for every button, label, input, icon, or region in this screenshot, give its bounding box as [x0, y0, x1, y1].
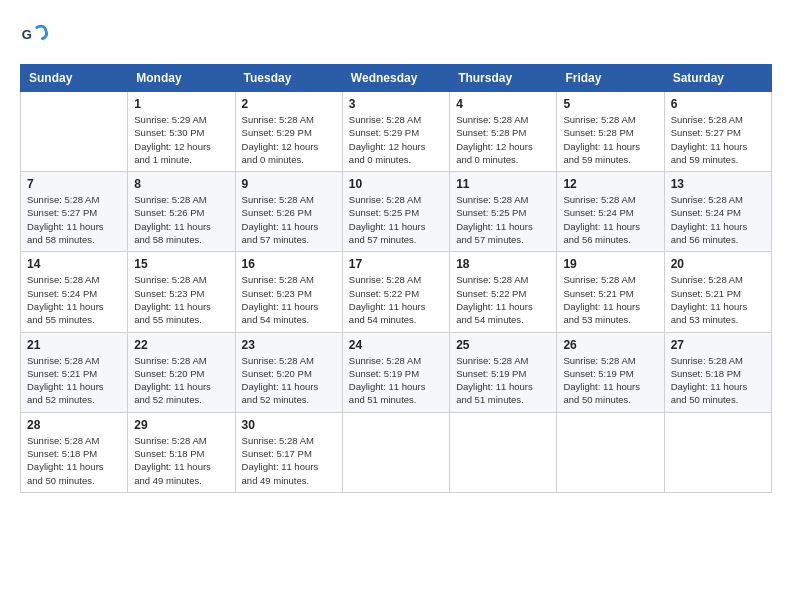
day-number: 23	[242, 338, 336, 352]
day-number: 2	[242, 97, 336, 111]
calendar-week-row: 21Sunrise: 5:28 AM Sunset: 5:21 PM Dayli…	[21, 332, 772, 412]
calendar-cell	[450, 412, 557, 492]
day-info: Sunrise: 5:28 AM Sunset: 5:21 PM Dayligh…	[563, 273, 657, 326]
calendar-cell: 11Sunrise: 5:28 AM Sunset: 5:25 PM Dayli…	[450, 172, 557, 252]
calendar-cell: 29Sunrise: 5:28 AM Sunset: 5:18 PM Dayli…	[128, 412, 235, 492]
calendar-cell	[664, 412, 771, 492]
day-info: Sunrise: 5:28 AM Sunset: 5:27 PM Dayligh…	[27, 193, 121, 246]
calendar-week-row: 1Sunrise: 5:29 AM Sunset: 5:30 PM Daylig…	[21, 92, 772, 172]
calendar-cell: 8Sunrise: 5:28 AM Sunset: 5:26 PM Daylig…	[128, 172, 235, 252]
day-number: 13	[671, 177, 765, 191]
calendar-table: SundayMondayTuesdayWednesdayThursdayFrid…	[20, 64, 772, 493]
calendar-cell: 16Sunrise: 5:28 AM Sunset: 5:23 PM Dayli…	[235, 252, 342, 332]
day-info: Sunrise: 5:28 AM Sunset: 5:20 PM Dayligh…	[134, 354, 228, 407]
calendar-cell: 27Sunrise: 5:28 AM Sunset: 5:18 PM Dayli…	[664, 332, 771, 412]
weekday-header-saturday: Saturday	[664, 65, 771, 92]
day-number: 14	[27, 257, 121, 271]
day-info: Sunrise: 5:28 AM Sunset: 5:25 PM Dayligh…	[456, 193, 550, 246]
day-number: 8	[134, 177, 228, 191]
day-info: Sunrise: 5:29 AM Sunset: 5:30 PM Dayligh…	[134, 113, 228, 166]
calendar-cell: 21Sunrise: 5:28 AM Sunset: 5:21 PM Dayli…	[21, 332, 128, 412]
day-info: Sunrise: 5:28 AM Sunset: 5:19 PM Dayligh…	[349, 354, 443, 407]
day-info: Sunrise: 5:28 AM Sunset: 5:18 PM Dayligh…	[134, 434, 228, 487]
day-number: 27	[671, 338, 765, 352]
calendar-cell: 2Sunrise: 5:28 AM Sunset: 5:29 PM Daylig…	[235, 92, 342, 172]
calendar-header-row: SundayMondayTuesdayWednesdayThursdayFrid…	[21, 65, 772, 92]
calendar-cell: 12Sunrise: 5:28 AM Sunset: 5:24 PM Dayli…	[557, 172, 664, 252]
calendar-cell: 15Sunrise: 5:28 AM Sunset: 5:23 PM Dayli…	[128, 252, 235, 332]
calendar-cell: 4Sunrise: 5:28 AM Sunset: 5:28 PM Daylig…	[450, 92, 557, 172]
weekday-header-tuesday: Tuesday	[235, 65, 342, 92]
day-number: 24	[349, 338, 443, 352]
weekday-header-monday: Monday	[128, 65, 235, 92]
day-info: Sunrise: 5:28 AM Sunset: 5:19 PM Dayligh…	[456, 354, 550, 407]
day-info: Sunrise: 5:28 AM Sunset: 5:24 PM Dayligh…	[27, 273, 121, 326]
day-number: 1	[134, 97, 228, 111]
calendar-cell: 28Sunrise: 5:28 AM Sunset: 5:18 PM Dayli…	[21, 412, 128, 492]
calendar-cell: 10Sunrise: 5:28 AM Sunset: 5:25 PM Dayli…	[342, 172, 449, 252]
calendar-cell: 23Sunrise: 5:28 AM Sunset: 5:20 PM Dayli…	[235, 332, 342, 412]
day-number: 10	[349, 177, 443, 191]
day-number: 12	[563, 177, 657, 191]
day-info: Sunrise: 5:28 AM Sunset: 5:25 PM Dayligh…	[349, 193, 443, 246]
day-info: Sunrise: 5:28 AM Sunset: 5:24 PM Dayligh…	[671, 193, 765, 246]
weekday-header-friday: Friday	[557, 65, 664, 92]
calendar-cell	[342, 412, 449, 492]
calendar-cell: 19Sunrise: 5:28 AM Sunset: 5:21 PM Dayli…	[557, 252, 664, 332]
day-number: 26	[563, 338, 657, 352]
calendar-cell: 13Sunrise: 5:28 AM Sunset: 5:24 PM Dayli…	[664, 172, 771, 252]
day-info: Sunrise: 5:28 AM Sunset: 5:24 PM Dayligh…	[563, 193, 657, 246]
day-info: Sunrise: 5:28 AM Sunset: 5:26 PM Dayligh…	[242, 193, 336, 246]
calendar-week-row: 7Sunrise: 5:28 AM Sunset: 5:27 PM Daylig…	[21, 172, 772, 252]
logo-icon: G	[20, 20, 48, 48]
calendar-cell: 30Sunrise: 5:28 AM Sunset: 5:17 PM Dayli…	[235, 412, 342, 492]
calendar-cell: 7Sunrise: 5:28 AM Sunset: 5:27 PM Daylig…	[21, 172, 128, 252]
day-number: 22	[134, 338, 228, 352]
calendar-cell: 20Sunrise: 5:28 AM Sunset: 5:21 PM Dayli…	[664, 252, 771, 332]
calendar-cell: 1Sunrise: 5:29 AM Sunset: 5:30 PM Daylig…	[128, 92, 235, 172]
day-info: Sunrise: 5:28 AM Sunset: 5:29 PM Dayligh…	[349, 113, 443, 166]
day-number: 21	[27, 338, 121, 352]
day-number: 16	[242, 257, 336, 271]
day-number: 4	[456, 97, 550, 111]
day-number: 19	[563, 257, 657, 271]
day-number: 6	[671, 97, 765, 111]
calendar-cell: 6Sunrise: 5:28 AM Sunset: 5:27 PM Daylig…	[664, 92, 771, 172]
day-number: 7	[27, 177, 121, 191]
calendar-cell: 17Sunrise: 5:28 AM Sunset: 5:22 PM Dayli…	[342, 252, 449, 332]
calendar-week-row: 14Sunrise: 5:28 AM Sunset: 5:24 PM Dayli…	[21, 252, 772, 332]
weekday-header-wednesday: Wednesday	[342, 65, 449, 92]
day-info: Sunrise: 5:28 AM Sunset: 5:18 PM Dayligh…	[671, 354, 765, 407]
calendar-week-row: 28Sunrise: 5:28 AM Sunset: 5:18 PM Dayli…	[21, 412, 772, 492]
day-number: 5	[563, 97, 657, 111]
day-number: 11	[456, 177, 550, 191]
day-number: 3	[349, 97, 443, 111]
logo: G	[20, 20, 52, 48]
day-number: 18	[456, 257, 550, 271]
day-info: Sunrise: 5:28 AM Sunset: 5:28 PM Dayligh…	[563, 113, 657, 166]
calendar-body: 1Sunrise: 5:29 AM Sunset: 5:30 PM Daylig…	[21, 92, 772, 493]
page-header: G	[20, 20, 772, 48]
day-number: 29	[134, 418, 228, 432]
day-info: Sunrise: 5:28 AM Sunset: 5:17 PM Dayligh…	[242, 434, 336, 487]
weekday-header-sunday: Sunday	[21, 65, 128, 92]
calendar-cell	[21, 92, 128, 172]
svg-text:G: G	[22, 27, 32, 42]
day-number: 20	[671, 257, 765, 271]
calendar-cell: 18Sunrise: 5:28 AM Sunset: 5:22 PM Dayli…	[450, 252, 557, 332]
calendar-cell: 9Sunrise: 5:28 AM Sunset: 5:26 PM Daylig…	[235, 172, 342, 252]
day-info: Sunrise: 5:28 AM Sunset: 5:26 PM Dayligh…	[134, 193, 228, 246]
day-info: Sunrise: 5:28 AM Sunset: 5:22 PM Dayligh…	[456, 273, 550, 326]
day-info: Sunrise: 5:28 AM Sunset: 5:21 PM Dayligh…	[27, 354, 121, 407]
day-info: Sunrise: 5:28 AM Sunset: 5:18 PM Dayligh…	[27, 434, 121, 487]
day-info: Sunrise: 5:28 AM Sunset: 5:20 PM Dayligh…	[242, 354, 336, 407]
day-number: 25	[456, 338, 550, 352]
day-info: Sunrise: 5:28 AM Sunset: 5:19 PM Dayligh…	[563, 354, 657, 407]
day-info: Sunrise: 5:28 AM Sunset: 5:23 PM Dayligh…	[242, 273, 336, 326]
day-number: 9	[242, 177, 336, 191]
day-info: Sunrise: 5:28 AM Sunset: 5:21 PM Dayligh…	[671, 273, 765, 326]
calendar-cell: 26Sunrise: 5:28 AM Sunset: 5:19 PM Dayli…	[557, 332, 664, 412]
day-number: 28	[27, 418, 121, 432]
day-info: Sunrise: 5:28 AM Sunset: 5:28 PM Dayligh…	[456, 113, 550, 166]
calendar-cell: 22Sunrise: 5:28 AM Sunset: 5:20 PM Dayli…	[128, 332, 235, 412]
